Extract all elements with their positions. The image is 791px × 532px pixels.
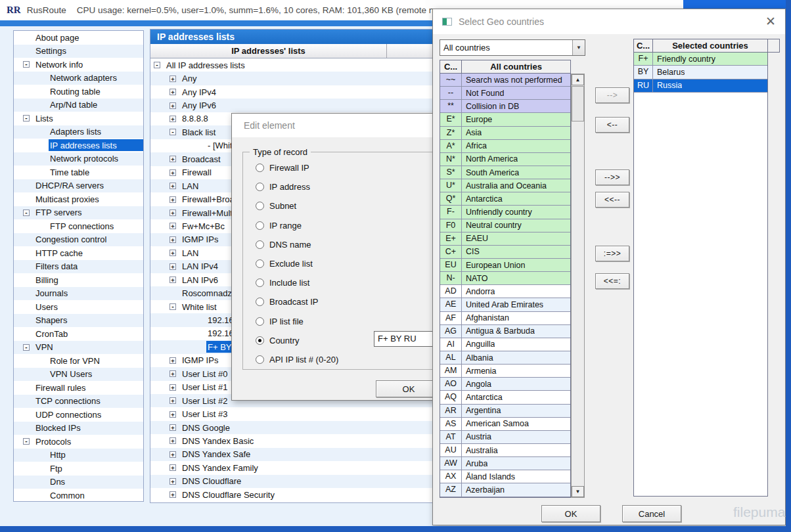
country-row[interactable]: E* Europe [440, 113, 570, 126]
sidebar-item[interactable]: - FTP servers [14, 206, 143, 220]
radio-icon[interactable] [256, 202, 264, 210]
radio-icon[interactable] [256, 183, 264, 191]
sidebar-item[interactable]: - Network info [14, 58, 143, 72]
sidebar-item[interactable]: TCP connections [14, 395, 143, 409]
radio-option[interactable]: Broadcast IP [256, 292, 453, 311]
tree-toggle-icon[interactable]: + [170, 411, 176, 418]
sidebar-item[interactable]: Time table [14, 166, 143, 179]
sidebar-item[interactable]: - Protocols [14, 435, 143, 449]
tree-toggle-icon[interactable]: + [170, 76, 176, 82]
radio-icon[interactable] [256, 164, 264, 172]
sidebar-item[interactable]: Role for VPN [14, 354, 143, 368]
country-filter-dropdown[interactable]: All countries ▼ [440, 39, 585, 56]
sidebar-item[interactable]: Network protocols [14, 152, 143, 166]
country-row[interactable]: AL Albania [440, 351, 570, 365]
radio-icon[interactable] [256, 240, 264, 249]
sidebar-item[interactable]: Firewall rules [14, 381, 143, 395]
tree-toggle-icon[interactable]: + [170, 183, 176, 189]
radio-option[interactable]: Firewall IP [256, 158, 453, 177]
sidebar-item[interactable]: Common [14, 489, 143, 502]
sidebar-item[interactable]: Http [14, 449, 143, 462]
sidebar-item[interactable]: DHCP/RA servers [14, 179, 143, 193]
radio-option[interactable]: Exclude list [256, 254, 453, 273]
tree-toggle-icon[interactable]: + [170, 223, 176, 229]
tree-toggle-icon[interactable]: + [170, 236, 176, 243]
scroll-down-icon[interactable]: ▼ [572, 486, 584, 497]
transfer-button[interactable]: :=>> [595, 246, 629, 261]
sidebar-item[interactable]: - Lists [14, 112, 143, 125]
sidebar-item[interactable]: Routing table [14, 85, 143, 99]
column-header-label[interactable]: IP addresses' lists [150, 44, 387, 58]
country-row[interactable]: F- Unfriendly country [440, 206, 570, 219]
country-row[interactable]: E+ EAEU [440, 233, 570, 246]
sidebar-item[interactable]: HTTP cache [14, 246, 143, 260]
tree-toggle-icon[interactable]: - [23, 115, 30, 122]
tree-toggle-icon[interactable]: - [154, 62, 160, 68]
country-row[interactable]: AT Austria [440, 431, 570, 444]
country-row[interactable]: Q* Antarctica [440, 192, 570, 206]
tree-toggle-icon[interactable]: + [170, 357, 176, 364]
radio-icon[interactable] [256, 336, 264, 345]
radio-option[interactable]: IP range [256, 216, 453, 235]
selected-countries-column-header[interactable]: Selected countries [653, 39, 768, 53]
radio-icon[interactable] [256, 278, 264, 287]
country-row[interactable]: Z* Asia [440, 127, 570, 140]
sidebar-item[interactable]: Shapers [14, 314, 143, 328]
tree-toggle-icon[interactable]: - [170, 129, 176, 135]
transfer-button[interactable]: <-- [595, 117, 629, 133]
selected-country-row[interactable]: RU Russia [634, 79, 767, 93]
country-row[interactable]: N* North America [440, 153, 570, 166]
sidebar-item[interactable]: Settings [14, 45, 143, 58]
country-row[interactable]: AX Åland Islands [440, 470, 570, 483]
sidebar-item[interactable]: Filters data [14, 260, 143, 274]
country-row[interactable]: AW Aruba [440, 457, 570, 470]
country-row[interactable]: ~~ Search was not performed [440, 74, 570, 87]
tree-toggle-icon[interactable]: + [170, 397, 176, 404]
sidebar-item[interactable]: UDP connections [14, 408, 143, 422]
country-row[interactable]: AD Andorra [440, 285, 570, 298]
all-countries-column-header[interactable]: All countries [462, 60, 571, 74]
tree-toggle-icon[interactable]: + [170, 370, 176, 377]
radio-icon[interactable] [256, 298, 264, 306]
tree-toggle-icon[interactable]: + [170, 196, 176, 203]
country-row[interactable]: AZ Azerbaijan [440, 483, 570, 497]
country-row[interactable]: AF Afghanistan [440, 312, 570, 325]
transfer-button[interactable]: <<=: [595, 273, 629, 289]
radio-icon[interactable] [256, 259, 264, 268]
country-row[interactable]: AG Antigua & Barbuda [440, 325, 570, 338]
edit-ok-button[interactable]: OK [376, 380, 441, 397]
sidebar-item[interactable]: Billing [14, 273, 143, 287]
tree-toggle-icon[interactable]: - [23, 61, 30, 68]
country-row[interactable]: AO Angola [440, 378, 570, 391]
code-column-header[interactable]: C... [633, 39, 653, 53]
country-row[interactable]: U* Australia and Oceania [440, 179, 570, 192]
country-row[interactable]: AM Armenia [440, 365, 570, 378]
radio-icon[interactable] [256, 317, 264, 326]
country-row[interactable]: AR Argentina [440, 405, 570, 418]
radio-option[interactable]: IP address [256, 177, 453, 196]
sidebar-item[interactable]: FTP connections [14, 219, 143, 233]
country-row[interactable]: AI Anguilla [440, 338, 570, 351]
sidebar-item[interactable]: Multicast proxies [14, 192, 143, 206]
transfer-button[interactable]: --> [595, 87, 629, 103]
tree-toggle-icon[interactable]: - [23, 438, 30, 445]
selected-country-row[interactable]: F+ Friendly country [634, 53, 767, 66]
countries-scrollbar[interactable]: ▲ ▼ [571, 74, 585, 498]
tree-toggle-icon[interactable]: - [23, 210, 30, 216]
country-row[interactable]: N- NATO [440, 272, 570, 285]
radio-option[interactable]: API IP list # (0-20) [256, 350, 453, 369]
sidebar-item[interactable]: IP addresses lists [14, 139, 143, 152]
tree-toggle-icon[interactable]: + [170, 437, 176, 444]
country-row[interactable]: AE United Arab Emirates [440, 298, 570, 311]
tree-toggle-icon[interactable]: + [170, 156, 176, 162]
tree-toggle-icon[interactable]: + [170, 277, 176, 283]
chevron-down-icon[interactable]: ▼ [572, 40, 585, 55]
code-column-header[interactable]: C... [440, 60, 462, 74]
tree-toggle-icon[interactable]: + [170, 89, 176, 95]
country-row[interactable]: S* South America [440, 166, 570, 179]
geo-cancel-button[interactable]: Cancel [622, 505, 681, 522]
country-row[interactable]: ** Collision in DB [440, 100, 570, 113]
tree-toggle-icon[interactable]: + [170, 263, 176, 270]
radio-icon[interactable] [256, 355, 264, 364]
tree-toggle-icon[interactable]: + [170, 250, 176, 256]
